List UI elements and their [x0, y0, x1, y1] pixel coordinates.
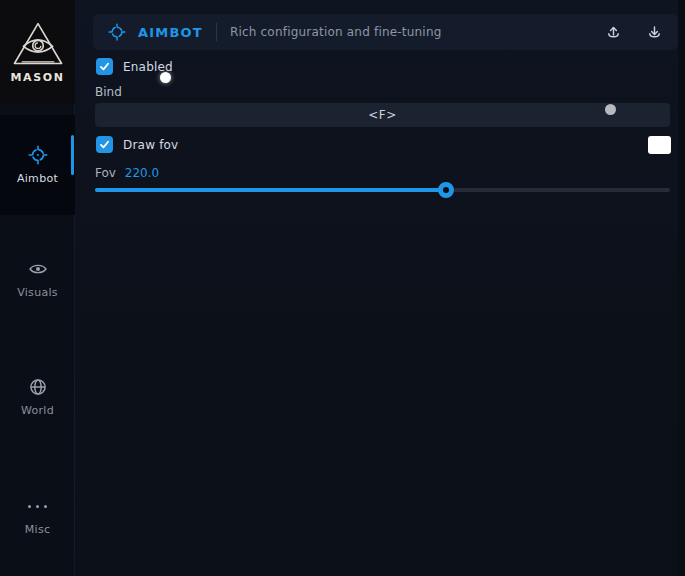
upload-config-button[interactable]	[599, 18, 627, 46]
sidebar-item-label: Misc	[25, 523, 51, 536]
bind-label: Bind	[95, 85, 122, 99]
download-config-button[interactable]	[640, 18, 668, 46]
sidebar: MASON Aimbot Visuals World	[0, 0, 75, 576]
sidebar-item-label: Visuals	[17, 286, 58, 299]
draw-fov-label: Draw fov	[123, 138, 178, 152]
sidebar-item-misc[interactable]: Misc	[0, 480, 75, 552]
page-title: AIMBOT	[138, 25, 203, 40]
divider	[216, 23, 217, 41]
sidebar-item-label: Aimbot	[17, 172, 58, 185]
sidebar-item-visuals[interactable]: Visuals	[0, 243, 75, 315]
enabled-checkbox[interactable]	[96, 58, 113, 75]
app-window: MASON Aimbot Visuals World	[0, 0, 685, 576]
page-header: AIMBOT Rich configuration and fine-tunin…	[93, 14, 678, 50]
brand-name: MASON	[11, 71, 65, 84]
download-icon	[646, 24, 663, 41]
window-edge	[678, 0, 685, 576]
cursor-ghost-dot	[605, 104, 616, 115]
fov-slider[interactable]	[95, 188, 670, 192]
sidebar-item-world[interactable]: World	[0, 361, 75, 433]
fov-value: 220.0	[125, 166, 159, 180]
page-subtitle: Rich configuration and fine-tuning	[230, 25, 442, 39]
crosshair-icon	[28, 145, 48, 165]
draw-fov-row: Draw fov	[96, 136, 178, 153]
header-actions	[599, 18, 668, 46]
pyramid-eye-icon	[12, 21, 64, 67]
bind-key-value: <F>	[368, 108, 397, 122]
bind-key-field[interactable]: <F>	[95, 103, 670, 127]
globe-icon	[28, 377, 48, 397]
active-tab-indicator	[71, 135, 74, 175]
checkmark-icon	[99, 139, 110, 150]
crosshair-icon	[108, 23, 126, 41]
brand-logo: MASON	[0, 0, 75, 104]
fov-color-swatch[interactable]	[648, 136, 671, 154]
draw-fov-checkbox[interactable]	[96, 136, 113, 153]
fov-label: Fov	[95, 166, 116, 180]
ellipsis-icon	[28, 496, 47, 516]
fov-label-row: Fov 220.0	[95, 166, 159, 180]
upload-icon	[605, 24, 622, 41]
sidebar-item-aimbot[interactable]: Aimbot	[0, 115, 75, 215]
main-content: AIMBOT Rich configuration and fine-tunin…	[76, 0, 685, 576]
fov-slider-thumb[interactable]	[438, 182, 454, 198]
sidebar-item-label: World	[21, 404, 54, 417]
mouse-cursor-dot	[160, 72, 171, 83]
checkmark-icon	[99, 61, 110, 72]
eye-icon	[28, 259, 48, 279]
fov-slider-fill	[95, 188, 446, 192]
